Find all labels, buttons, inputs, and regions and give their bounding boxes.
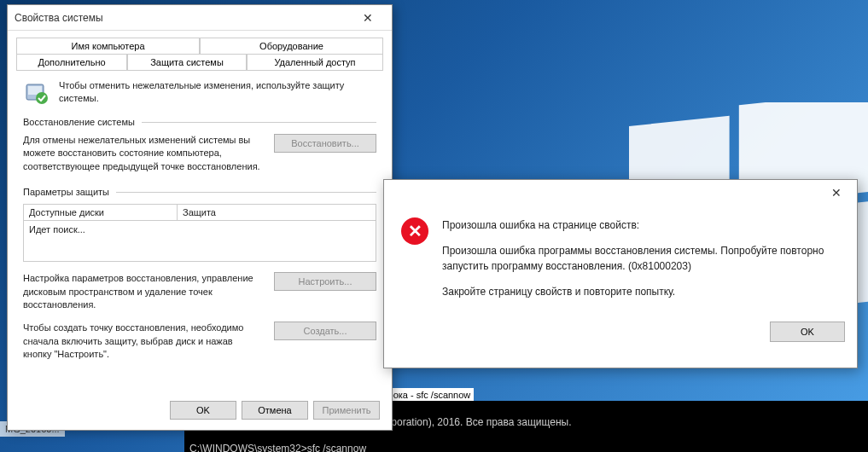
error-ok-button[interactable]: OK (770, 322, 845, 342)
error-titlebar[interactable]: ✕ (384, 180, 857, 206)
section-restore-header: Восстановление системы (23, 117, 135, 127)
titlebar[interactable]: Свойства системы ✕ (8, 5, 392, 31)
close-icon: ✕ (831, 186, 842, 200)
error-close-button[interactable]: ✕ (819, 182, 853, 204)
svg-point-6 (36, 92, 48, 104)
shield-icon (23, 79, 50, 107)
col-drives[interactable]: Доступные диски (24, 205, 178, 220)
tab-computer-name[interactable]: Имя компьютера (16, 38, 200, 54)
create-description: Чтобы создать точку восстановления, необ… (23, 322, 264, 361)
section-params-header: Параметры защиты (23, 187, 109, 197)
close-icon: ✕ (363, 11, 373, 25)
create-button[interactable]: Создать... (274, 322, 376, 340)
configure-description: Настройка параметров восстановления, упр… (23, 272, 264, 311)
restore-description: Для отмены нежелательных изменений систе… (23, 134, 264, 173)
drives-table-header: Доступные диски Защита (23, 204, 376, 221)
apply-button[interactable]: Применить (313, 401, 380, 420)
error-icon: ✕ (401, 217, 428, 245)
ok-button[interactable]: OK (170, 401, 236, 420)
error-dialog: ✕ ✕ Произошла ошибка на странице свойств… (383, 179, 858, 368)
info-text: Чтобы отменить нежелательные изменения, … (59, 79, 376, 107)
close-button[interactable]: ✕ (351, 6, 385, 30)
tab-system-protection[interactable]: Защита системы (127, 54, 247, 70)
cmd-line-prompt: C:\WINDOWS\system32>sfc /scannow (189, 443, 863, 452)
window-title: Свойства системы (15, 12, 351, 24)
error-heading: Произошла ошибка на странице свойств: (442, 217, 840, 233)
system-properties-dialog: Свойства системы ✕ Имя компьютера Оборуд… (7, 4, 393, 431)
tab-remote[interactable]: Удаленный доступ (247, 54, 383, 70)
cancel-button[interactable]: Отмена (242, 401, 308, 420)
configure-button[interactable]: Настроить... (274, 272, 376, 291)
tab-hardware[interactable]: Оборудование (200, 38, 383, 54)
searching-text: Идет поиск... (29, 224, 85, 235)
error-body-text: Произошла ошибка программы восстановлени… (442, 243, 840, 274)
col-protection[interactable]: Защита (178, 205, 376, 220)
tab-advanced[interactable]: Дополнительно (16, 54, 127, 70)
restore-button[interactable]: Восстановить... (274, 134, 376, 153)
drives-table-body[interactable]: Идет поиск... (23, 221, 376, 262)
error-footer-text: Закройте страницу свойств и повторите по… (442, 284, 840, 299)
